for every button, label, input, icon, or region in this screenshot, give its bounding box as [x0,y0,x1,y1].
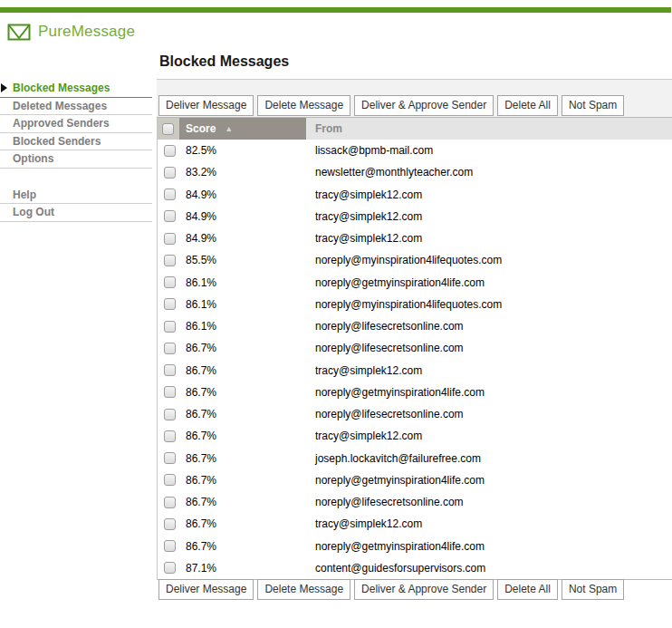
toolbar-button[interactable]: Delete Message [257,579,350,600]
row-checkbox[interactable] [164,298,176,310]
toolbar-button[interactable]: Deliver & Approve Sender [354,95,494,116]
table-row[interactable]: 86.7% noreply@lifesecretsonline.com [158,491,672,513]
toolbar-button[interactable]: Deliver Message [158,579,254,600]
row-checkbox[interactable] [164,276,176,288]
table-row[interactable]: 86.1% noreply@myinspiration4lifequotes.c… [158,294,672,315]
table-row[interactable]: 84.9% tracy@simplek12.com [158,227,672,249]
score-cell: 84.9% [179,210,306,223]
row-checkbox[interactable] [164,210,176,222]
sidebar-item[interactable]: Help [0,187,152,205]
row-checkbox[interactable] [164,452,176,464]
score-cell: 86.1% [179,320,306,333]
row-checkbox[interactable] [164,386,176,398]
row-checkbox[interactable] [164,409,176,420]
bottom-toolbar: Deliver MessageDelete MessageDeliver & A… [157,579,672,600]
sidebar-item[interactable]: Deleted Messages [0,98,152,116]
row-checkbox[interactable] [164,145,176,157]
score-cell: 86.1% [179,298,306,311]
table-row[interactable]: 86.7% tracy@simplek12.com [158,425,672,447]
sidebar-item-label: Approved Senders [13,115,110,131]
score-cell: 87.1% [179,562,306,575]
toolbar-button[interactable]: Delete All [497,579,558,600]
from-cell: content@guidesforsupervisors.com [306,562,672,575]
score-cell: 86.7% [179,517,306,530]
from-cell: joseph.lockavitch@failurefree.com [306,452,672,465]
sort-ascending-icon: ▲ [225,124,233,133]
row-checkbox[interactable] [164,518,176,530]
column-header-score[interactable]: Score ▲ [179,118,306,140]
row-checkbox-cell [158,386,179,398]
score-cell: 86.7% [179,452,306,465]
sidebar-item[interactable]: Options [0,150,152,169]
from-cell: noreply@lifesecretsonline.com [306,408,672,420]
toolbar-button[interactable]: Delete All [497,95,558,116]
table-row[interactable]: 84.9% tracy@simplek12.com [158,206,672,227]
row-checkbox-cell [158,452,179,464]
row-checkbox[interactable] [164,255,176,266]
select-all-checkbox[interactable] [162,123,174,135]
score-cell: 84.9% [179,188,306,201]
from-cell: noreply@getmyinspiration4life.com [306,540,672,553]
table-row[interactable]: 86.7% noreply@lifesecretsonline.com [158,337,672,359]
toolbar-button[interactable]: Deliver & Approve Sender [354,579,494,600]
row-checkbox[interactable] [164,474,176,486]
score-cell: 82.5% [179,144,306,157]
toolbar-button[interactable]: Not Spam [562,95,624,116]
sidebar-item-label: Blocked Senders [13,133,101,150]
row-checkbox[interactable] [164,562,176,574]
score-cell: 86.7% [179,408,306,420]
row-checkbox[interactable] [164,497,176,508]
from-cell: tracy@simplek12.com [306,430,672,442]
table-row[interactable]: 86.1% noreply@lifesecretsonline.com [158,315,672,337]
table-row[interactable]: 87.1% content@guidesforsupervisors.com [158,557,672,579]
toolbar-button[interactable]: Delete Message [257,95,350,116]
score-header-label: Score [186,122,216,135]
table-row[interactable]: 86.7% noreply@getmyinspiration4life.com [158,469,672,491]
row-checkbox[interactable] [164,188,176,200]
sidebar-item-label: Help [13,187,36,203]
sidebar-item[interactable]: Approved Senders [0,115,152,133]
row-checkbox[interactable] [164,343,176,354]
envelope-icon [7,24,31,41]
from-cell: tracy@simplek12.com [306,517,672,530]
table-row[interactable]: 84.9% tracy@simplek12.com [158,184,672,206]
table-row[interactable]: 83.2% newsletter@monthlyteacher.com [158,161,672,183]
row-checkbox[interactable] [164,167,176,179]
row-checkbox[interactable] [164,540,176,552]
from-cell: lissack@bpmb-mail.com [306,144,672,157]
row-checkbox-cell [158,343,179,354]
score-cell: 84.9% [179,232,306,245]
row-checkbox[interactable] [164,233,176,245]
from-cell: noreply@getmyinspiration4life.com [306,276,672,289]
main-content: Blocked Messages Deliver MessageDelete M… [157,0,672,628]
table-row[interactable]: 86.7% tracy@simplek12.com [158,513,672,535]
sidebar-item[interactable]: Blocked Senders [0,133,152,151]
row-checkbox[interactable] [164,430,176,442]
table-row[interactable]: 86.1% noreply@getmyinspiration4life.com [158,272,672,294]
table-row[interactable]: 86.7% noreply@getmyinspiration4life.com [158,536,672,557]
toolbar-button[interactable]: Deliver Message [158,95,254,116]
table-row[interactable]: 86.7% tracy@simplek12.com [158,360,672,382]
row-checkbox-cell [158,430,179,442]
table-body: 82.5% lissack@bpmb-mail.com 83.2% newsle… [158,140,672,580]
row-checkbox[interactable] [164,364,176,376]
from-cell: tracy@simplek12.com [306,364,672,377]
row-checkbox-cell [158,276,179,288]
table-row[interactable]: 82.5% lissack@bpmb-mail.com [158,140,672,161]
sidebar-item[interactable]: Log Out [0,204,152,222]
table-row[interactable]: 86.7% noreply@lifesecretsonline.com [158,403,672,425]
table-row[interactable]: 86.7% joseph.lockavitch@failurefree.com [158,448,672,469]
toolbar-button[interactable]: Not Spam [562,579,624,600]
from-cell: noreply@lifesecretsonline.com [306,496,672,508]
active-caret-icon [1,83,7,92]
score-cell: 86.7% [179,496,306,508]
sidebar-item-label: Options [13,150,53,167]
table-header-row: Score ▲ From [158,118,672,140]
sidebar-item[interactable]: Blocked Messages [0,80,152,98]
from-cell: tracy@simplek12.com [306,188,672,201]
puremessage-page: PureMessage Blocked Messages Deleted Mes… [0,0,672,628]
table-row[interactable]: 86.7% noreply@getmyinspiration4life.com [158,382,672,403]
column-header-from[interactable]: From [306,118,672,140]
row-checkbox[interactable] [164,321,176,333]
table-row[interactable]: 85.5% noreply@myinspiration4lifequotes.c… [158,249,672,271]
